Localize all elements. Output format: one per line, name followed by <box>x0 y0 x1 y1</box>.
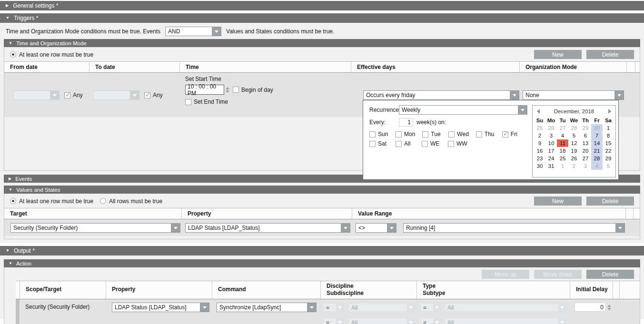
day-checkbox-wed[interactable]: Wed <box>448 131 468 137</box>
calendar-day[interactable]: 10 <box>545 139 557 147</box>
initial-delay-input[interactable]: 0 <box>575 303 606 312</box>
calendar-day[interactable]: 29 <box>580 124 591 132</box>
recurrence-dropdown[interactable]: Weekly <box>399 105 527 115</box>
day-checkbox-mon[interactable]: Mon <box>396 131 415 137</box>
at-least-one-radio[interactable]: At least one row must be true <box>10 51 93 58</box>
calendar-day[interactable]: 17 <box>545 147 557 155</box>
initial-delay-spinner[interactable] <box>606 304 613 310</box>
property-dropdown[interactable]: LDAP Status [LDAP_Status] <box>185 223 350 233</box>
all-rows-radio[interactable]: All rows must be true <box>100 198 162 205</box>
delete-button[interactable]: Delete <box>586 196 634 206</box>
time-spinner[interactable] <box>224 87 231 93</box>
begin-of-day-checkbox[interactable]: Begin of day <box>233 87 273 93</box>
type-operator-dropdown[interactable]: = <box>420 303 441 312</box>
calendar-day[interactable]: 9 <box>534 139 545 147</box>
row-selector[interactable] <box>16 299 20 315</box>
section-general-settings[interactable]: ▶ General settings * <box>0 1 644 10</box>
calendar-day[interactable]: 11 <box>557 139 568 147</box>
day-checkbox-sun[interactable]: Sun <box>369 131 388 137</box>
events-operator-dropdown[interactable]: AND <box>165 27 221 36</box>
calendar-day[interactable]: 1 <box>557 162 568 170</box>
from-date-dropdown[interactable] <box>13 90 59 100</box>
move-down-button[interactable]: Move down <box>534 270 582 279</box>
calendar-day[interactable]: 3 <box>545 132 557 139</box>
day-checkbox-all[interactable]: All <box>396 140 415 147</box>
delete-button[interactable]: Delete <box>586 50 634 59</box>
calendar-day[interactable]: 27 <box>557 124 568 132</box>
day-checkbox-sat[interactable]: Sat <box>369 140 388 147</box>
subdiscipline-operator-value: = <box>324 318 336 324</box>
discipline-operator-dropdown[interactable]: = <box>323 303 344 312</box>
calendar-day[interactable]: 16 <box>534 147 545 155</box>
set-end-time-checkbox[interactable]: Set End Time <box>185 98 351 105</box>
day-checkbox-fri[interactable]: Fri <box>502 131 521 137</box>
new-button[interactable]: New <box>534 196 582 206</box>
calendar-day[interactable]: 1 <box>603 124 614 132</box>
discipline-dropdown[interactable]: All <box>348 303 415 312</box>
calendar-day[interactable]: 26 <box>545 124 557 132</box>
calendar-day[interactable]: 31 <box>545 162 557 170</box>
calendar-day[interactable]: 4 <box>591 162 603 170</box>
calendar-day[interactable]: 27 <box>580 155 591 162</box>
section-output[interactable]: ▼ Output * <box>0 246 644 255</box>
calendar-next-icon[interactable] <box>608 109 611 114</box>
calendar-day[interactable]: 13 <box>580 139 591 147</box>
every-input[interactable]: 1 <box>399 118 413 127</box>
calendar-day[interactable]: 18 <box>557 147 568 155</box>
calendar-day[interactable]: 28 <box>568 124 580 132</box>
calendar-day[interactable]: 23 <box>534 155 545 162</box>
subdiscipline-dropdown[interactable]: All <box>348 318 415 324</box>
calendar-day[interactable]: 6 <box>580 132 591 139</box>
subdiscipline-operator-dropdown[interactable]: = <box>323 318 344 324</box>
calendar-day[interactable]: 21 <box>591 147 603 155</box>
command-dropdown[interactable]: Synchronize [LdapSync] <box>217 303 317 312</box>
calendar-day[interactable]: 5 <box>568 132 580 139</box>
calendar-day[interactable]: 14 <box>591 139 603 147</box>
calendar-day[interactable]: 22 <box>603 147 614 155</box>
calendar-day[interactable]: 25 <box>557 155 568 162</box>
day-checkbox-tue[interactable]: Tue <box>422 131 441 137</box>
calendar-day[interactable]: 29 <box>603 155 614 162</box>
section-time-org[interactable]: ▼ Time and Organization Mode <box>4 39 640 47</box>
value-dropdown[interactable]: Running [4] <box>403 223 625 233</box>
at-least-one-radio[interactable]: At least one row must be true <box>10 198 93 205</box>
calendar-day[interactable]: 15 <box>603 139 614 147</box>
subtype-operator-dropdown[interactable]: = <box>420 318 441 324</box>
calendar-day[interactable]: 3 <box>580 162 591 170</box>
calendar-day[interactable]: 8 <box>603 132 614 139</box>
type-dropdown[interactable]: All <box>445 303 566 312</box>
target-dropdown[interactable]: Security (Security Folder) <box>10 223 180 233</box>
calendar-day[interactable]: 12 <box>568 139 580 147</box>
to-any-checkbox[interactable]: Any <box>144 92 163 98</box>
calendar-day[interactable]: 19 <box>568 147 580 155</box>
move-up-button[interactable]: Move up <box>482 270 529 279</box>
organization-mode-dropdown[interactable]: None <box>523 90 624 100</box>
calendar-day[interactable]: 30 <box>534 162 545 170</box>
to-date-dropdown[interactable] <box>93 90 139 100</box>
calendar-day[interactable]: 28 <box>591 155 603 162</box>
start-time-input[interactable]: 10 : 00 : 00 PM <box>185 85 224 95</box>
effective-days-dropdown[interactable]: Occurs every friday <box>363 90 519 100</box>
calendar-day[interactable]: 26 <box>568 155 580 162</box>
new-button[interactable]: New <box>534 50 582 59</box>
action-property-dropdown[interactable]: LDAP Status [LDAP_Status] <box>112 303 209 312</box>
section-values-states[interactable]: ▼ Values and States <box>4 186 640 194</box>
calendar-day[interactable]: 30 <box>591 124 603 132</box>
subtype-dropdown[interactable]: All <box>445 318 566 324</box>
day-checkbox-ww[interactable]: WW <box>448 140 467 147</box>
calendar-day[interactable]: 7 <box>591 132 603 139</box>
delete-button[interactable]: Delete <box>586 270 634 279</box>
operator-dropdown[interactable]: <> <box>356 223 396 233</box>
from-any-checkbox[interactable]: Any <box>64 92 83 98</box>
calendar-day[interactable]: 2 <box>534 132 545 139</box>
calendar-day[interactable]: 24 <box>545 155 557 162</box>
section-triggers[interactable]: ▼ Triggers * <box>0 13 644 23</box>
calendar-day[interactable]: 5 <box>603 162 614 170</box>
calendar-day[interactable]: 20 <box>580 147 591 155</box>
calendar-day[interactable]: 25 <box>534 124 545 132</box>
calendar-day[interactable]: 4 <box>557 132 568 139</box>
calendar-day[interactable]: 2 <box>568 162 580 170</box>
section-action[interactable]: ▼ Action <box>4 259 640 267</box>
day-checkbox-thu[interactable]: Thu <box>476 131 495 137</box>
day-checkbox-we[interactable]: WE <box>422 140 441 147</box>
